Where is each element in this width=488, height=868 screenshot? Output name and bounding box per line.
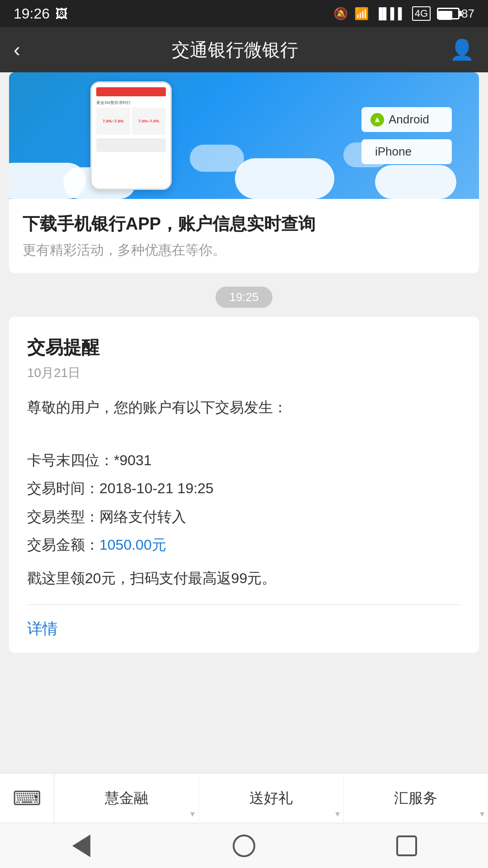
phone-rates: 7.0%~7.0% 7.0%~7.0% — [96, 108, 166, 135]
nav-item-huifuwu[interactable]: 汇服务 ▾ — [344, 774, 488, 823]
iphone-button[interactable]: iPhone — [361, 139, 452, 164]
time-label: 交易时间： — [27, 480, 99, 496]
phone-red-bar — [96, 87, 166, 96]
mute-icon: 🔕 — [333, 7, 348, 21]
rate-box-1: 7.0%~7.0% — [96, 108, 130, 135]
android-icon: ▲ — [371, 113, 384, 127]
iphone-label: iPhone — [375, 145, 412, 159]
message-date: 10月21日 — [27, 364, 461, 382]
message-promo[interactable]: 戳这里领20元，扫码支付最高返99元。 — [27, 566, 461, 590]
message-card-line: 卡号末四位：*9031 — [27, 448, 461, 472]
message-greeting: 尊敬的用户，您的账户有以下交易发生： — [27, 395, 461, 420]
timestamp-container: 19:25 — [0, 287, 488, 308]
phone-label1: 黄金3M整存净利行 — [96, 100, 166, 106]
card-number: *9031 — [114, 452, 152, 468]
status-bar: 19:26 🖼 🔕 📶 ▐▌▌▌ 4G 87 — [0, 0, 488, 27]
status-time: 19:26 🖼 — [14, 5, 68, 22]
keyboard-icon: ⌨ — [13, 787, 42, 810]
back-button[interactable]: ‹ — [14, 38, 20, 61]
amount-value: 1050.00元 — [99, 537, 166, 553]
timestamp-badge: 19:25 — [216, 287, 272, 308]
notification-icon: 🖼 — [55, 6, 68, 21]
transaction-type: 网络支付转入 — [99, 509, 186, 525]
home-circle-icon — [233, 835, 255, 857]
back-triangle-icon — [72, 835, 90, 857]
keyboard-toggle[interactable]: ⌨ — [0, 774, 54, 823]
nav-item-huijinrong[interactable]: 慧金融 ▾ — [54, 774, 199, 823]
banner-card: 黄金3M整存净利行 7.0%~7.0% 7.0%~7.0% ▲ — [9, 72, 479, 273]
card-label: 卡号末四位： — [27, 452, 114, 468]
nav-label-huijinrong: 慧金融 — [105, 788, 148, 808]
battery-icon: 87 — [437, 7, 474, 21]
clock: 19:26 — [14, 5, 50, 22]
home-system-button[interactable] — [226, 828, 262, 864]
platform-buttons: ▲ Android iPhone — [361, 107, 452, 164]
transaction-time: 2018-10-21 19:25 — [99, 480, 214, 496]
banner-title: 下载手机银行APP，账户信息实时查询 — [23, 212, 465, 236]
nav-arrow-2: ▾ — [335, 808, 340, 819]
rate-box-2: 7.0%~7.0% — [132, 108, 166, 135]
message-time-line: 交易时间：2018-10-21 19:25 — [27, 476, 461, 500]
message-type-line: 交易类型：网络支付转入 — [27, 505, 461, 529]
status-icons: 🔕 📶 ▐▌▌▌ 4G 87 — [333, 6, 474, 21]
banner-subtitle: 更有精彩活动，多种优惠在等你。 — [23, 241, 465, 259]
message-body: 尊敬的用户，您的账户有以下交易发生： 卡号末四位：*9031 交易时间：2018… — [27, 395, 461, 557]
recents-square-icon — [396, 835, 417, 856]
app-title: 交通银行微银行 — [172, 38, 298, 62]
android-button[interactable]: ▲ Android — [361, 107, 452, 132]
nav-item-songhaolie[interactable]: 送好礼 ▾ — [199, 774, 343, 823]
nav-arrow-1: ▾ — [190, 808, 195, 819]
system-nav — [0, 823, 488, 868]
bottom-nav: ⌨ 慧金融 ▾ 送好礼 ▾ 汇服务 ▾ — [0, 773, 488, 823]
detail-link[interactable]: 详情 — [27, 605, 461, 653]
message-amount-line: 交易金额：1050.00元 — [27, 533, 461, 557]
message-title: 交易提醒 — [27, 335, 461, 360]
recents-system-button[interactable] — [389, 828, 425, 864]
banner-image: 黄金3M整存净利行 7.0%~7.0% 7.0%~7.0% ▲ — [9, 72, 479, 199]
amount-label: 交易金额： — [27, 537, 99, 553]
back-system-button[interactable] — [63, 828, 99, 864]
profile-icon[interactable]: 👤 — [450, 38, 474, 61]
nav-label-huifuwu: 汇服务 — [394, 788, 437, 808]
signal-icon: ▐▌▌▌ — [375, 7, 406, 20]
4g-icon: 4G — [412, 6, 431, 21]
phone-bottom-bar — [96, 138, 166, 152]
app-bar: ‹ 交通银行微银行 👤 — [0, 27, 488, 72]
wifi-icon: 📶 — [354, 7, 369, 21]
nav-arrow-3: ▾ — [480, 808, 484, 819]
nav-label-songhaolie: 送好礼 — [249, 788, 293, 808]
type-label: 交易类型： — [27, 509, 99, 525]
phone-mockup: 黄金3M整存净利行 7.0%~7.0% 7.0%~7.0% — [90, 81, 172, 190]
content-area: 黄金3M整存净利行 7.0%~7.0% 7.0%~7.0% ▲ — [0, 72, 488, 773]
android-label: Android — [389, 113, 429, 127]
banner-text: 下载手机银行APP，账户信息实时查询 更有精彩活动，多种优惠在等你。 — [9, 199, 479, 273]
message-card: 交易提醒 10月21日 尊敬的用户，您的账户有以下交易发生： 卡号末四位：*90… — [9, 317, 479, 653]
